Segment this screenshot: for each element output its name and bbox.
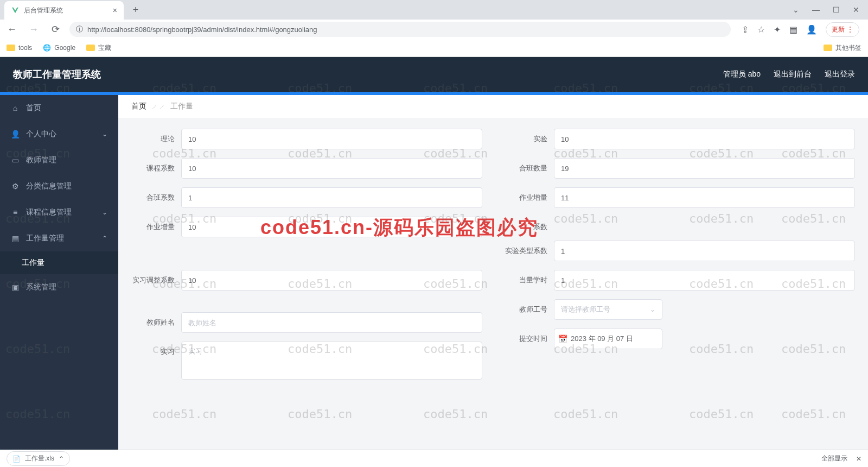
breadcrumb-home[interactable]: 首页	[131, 102, 146, 111]
label-xishu1: 系数	[504, 217, 547, 232]
globe-icon: 🌐	[43, 44, 51, 52]
label-shixi: 实习	[131, 342, 175, 357]
sidebar-subitem-workload[interactable]: 工作量	[0, 251, 118, 274]
label-zuoyezengliang: 作业增量	[131, 217, 175, 232]
breadcrumb-sep-icon: ⟋⟋	[151, 102, 166, 111]
download-item[interactable]: 📄 工作量.xls ⌃	[7, 451, 70, 466]
label-hebanshuliang: 合班数量	[504, 158, 547, 173]
extensions-icon[interactable]: ✦	[774, 24, 781, 35]
chevron-down-icon: ⌄	[650, 306, 655, 313]
label-dangliangxueshi: 当量学时	[504, 270, 547, 285]
address-bar[interactable]: ⓘ http://localhost:8080/springbootrpj39/…	[69, 22, 731, 37]
input-zuoyezengliang-r[interactable]	[554, 187, 855, 208]
close-download-bar-icon[interactable]: ✕	[856, 455, 861, 463]
input-hebanshuliang[interactable]	[554, 158, 855, 179]
chevron-up-icon: ⌃	[59, 455, 64, 463]
sidebar-item-course[interactable]: ≡课程信息管理⌄	[0, 199, 118, 225]
sidebar-item-category[interactable]: ⚙分类信息管理	[0, 173, 118, 199]
share-icon[interactable]: ⇪	[742, 24, 749, 35]
download-filename: 工作量.xls	[25, 454, 54, 463]
profile-icon[interactable]: 👤	[806, 24, 817, 35]
sidebar-item-home[interactable]: ⌂首页	[0, 95, 118, 121]
other-bookmarks[interactable]: 其他书签	[824, 43, 861, 53]
input-shixi[interactable]	[181, 342, 482, 380]
label-tijiaoshijian: 提交时间	[504, 329, 547, 344]
sidebar-item-teacher[interactable]: ▭教师管理	[0, 147, 118, 173]
input-zuoyezengliang[interactable]	[181, 217, 482, 237]
menu-dots-icon: ⋮	[847, 26, 853, 33]
download-bar: 📄 工作量.xls ⌃ 全部显示 ✕	[0, 450, 868, 467]
sidebar: ⌂首页 👤个人中心⌄ ▭教师管理 ⚙分类信息管理 ≡课程信息管理⌄ ▤工作量管理…	[0, 95, 118, 450]
input-shixitiaozheng[interactable]	[181, 270, 482, 291]
label-lilun: 理论	[131, 129, 175, 144]
chevron-up-icon: ⌃	[102, 235, 107, 242]
label-jiaoshigonghao: 教师工号	[504, 299, 547, 314]
select-jiaoshigonghao[interactable]: 请选择教师工号⌄	[554, 299, 662, 320]
list-icon: ≡	[11, 208, 20, 217]
file-icon: 📄	[12, 455, 21, 463]
home-icon: ⌂	[11, 104, 20, 112]
exit-front-link[interactable]: 退出到前台	[774, 70, 812, 79]
sidebar-item-system[interactable]: ▣系统管理	[0, 274, 118, 300]
label-shiyan: 实验	[504, 129, 547, 144]
input-tijiaoshijian[interactable]	[554, 329, 662, 349]
url-text: http://localhost:8080/springbootrpj39/ad…	[87, 26, 317, 34]
input-lilun[interactable]	[181, 129, 482, 149]
reading-list-icon[interactable]: ▤	[789, 24, 797, 35]
label-shiyanleixing: 实验类型系数	[504, 241, 547, 256]
maximize-icon[interactable]: ☐	[833, 5, 840, 14]
back-button[interactable]: ←	[4, 22, 20, 37]
window-dropdown-icon[interactable]: ⌄	[793, 5, 799, 14]
input-shiyanleixing[interactable]	[554, 241, 855, 261]
calendar-icon: 📅	[558, 335, 567, 343]
label-zuoyezengliang-r: 作业增量	[504, 187, 547, 203]
breadcrumb-current: 工作量	[170, 102, 193, 111]
book-icon: ▭	[11, 156, 20, 165]
sidebar-item-workload[interactable]: ▤工作量管理⌃	[0, 225, 118, 251]
user-icon: 👤	[11, 130, 20, 138]
label-shixitiaozheng: 实习调整系数	[131, 270, 175, 285]
input-hebanxishu[interactable]	[181, 187, 482, 208]
forward-button[interactable]: →	[26, 22, 41, 37]
bookmark-baozang[interactable]: 宝藏	[86, 43, 111, 53]
minimize-icon[interactable]: —	[812, 5, 820, 14]
input-shiyan[interactable]	[554, 129, 855, 149]
close-window-icon[interactable]: ✕	[853, 5, 859, 14]
app-header: 教师工作量管理系统 管理员 abo 退出到前台 退出登录	[0, 57, 868, 92]
folder-icon	[86, 45, 95, 51]
reload-button[interactable]: ⟳	[48, 22, 63, 37]
update-button[interactable]: 更新 ⋮	[826, 22, 859, 37]
user-label[interactable]: 管理员 abo	[723, 70, 761, 79]
input-jiaoshixingming[interactable]	[181, 312, 482, 333]
chevron-down-icon: ⌄	[102, 209, 107, 216]
doc-icon: ▤	[11, 234, 20, 243]
input-dangliangxueshi[interactable]	[554, 270, 855, 291]
input-kechengxishu[interactable]	[181, 158, 482, 179]
browser-tab[interactable]: 后台管理系统 ×	[4, 1, 124, 20]
chevron-down-icon: ⌄	[102, 130, 107, 138]
star-icon[interactable]: ☆	[757, 24, 765, 35]
logout-link[interactable]: 退出登录	[825, 70, 855, 79]
folder-icon	[7, 45, 15, 51]
label-hebanxishu: 合班系数	[131, 187, 175, 203]
show-all-link[interactable]: 全部显示	[821, 454, 847, 463]
tab-title: 后台管理系统	[24, 6, 63, 15]
sidebar-item-personal[interactable]: 👤个人中心⌄	[0, 121, 118, 147]
vue-favicon-icon	[11, 6, 20, 15]
label-jiaoshixingming: 教师姓名	[131, 312, 175, 327]
app-title: 教师工作量管理系统	[13, 68, 101, 81]
folder-icon	[824, 45, 832, 51]
bookmark-tools[interactable]: tools	[7, 44, 32, 52]
bookmark-google[interactable]: 🌐Google	[43, 44, 75, 52]
new-tab-button[interactable]: +	[128, 2, 143, 17]
info-icon: ⓘ	[76, 24, 83, 34]
label-kechengxishu: 课程系数	[131, 158, 175, 173]
gear-icon: ⚙	[11, 182, 20, 191]
breadcrumb: 首页 ⟋⟋ 工作量	[118, 95, 868, 118]
config-icon: ▣	[11, 283, 20, 292]
close-tab-icon[interactable]: ×	[113, 6, 117, 15]
